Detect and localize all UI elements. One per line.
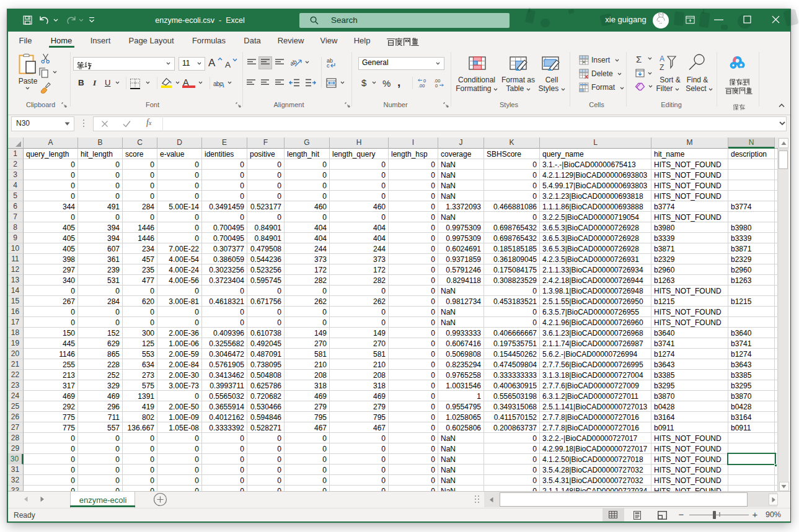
svg-text:0: 0 (435, 83, 438, 88)
svg-text:.00: .00 (418, 83, 425, 88)
svg-text:ab: ab (291, 58, 298, 68)
svg-text:A: A (660, 55, 664, 63)
svg-text:Σ: Σ (636, 55, 642, 64)
svg-text:Z: Z (660, 63, 664, 71)
svg-text:c: c (327, 63, 330, 69)
